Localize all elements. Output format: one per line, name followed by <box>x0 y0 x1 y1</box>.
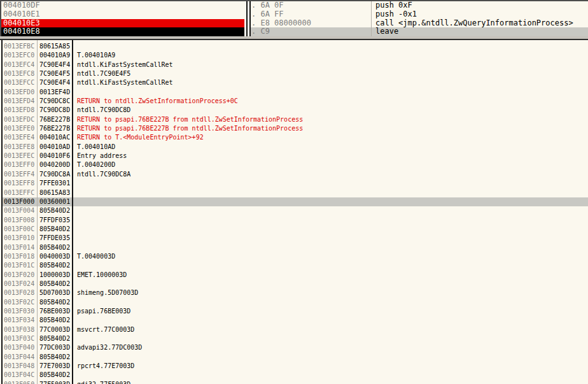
stack-address-cell: 0013F00C <box>4 225 34 234</box>
stack-row[interactable]: 0013F03C 805B40D2 <box>0 334 588 343</box>
stack-row[interactable]: 0013EFD4 7C90DC8C RETURN to ntdll.ZwSetI… <box>0 97 588 106</box>
stack-comment-cell: RETURN to ntdll.ZwSetInformationProcess+… <box>77 97 238 106</box>
stack-comment-cell: RETURN to psapi.76BE227B from ntdll.ZwSe… <box>77 115 303 124</box>
stack-value-cell: 80615A83 <box>39 188 70 197</box>
stack-address-cell: 0013F044 <box>4 353 34 362</box>
stack-address-cell: 0013EFE0 <box>4 124 34 133</box>
stack-comment-cell: T.0040200D <box>77 160 115 169</box>
stack-address-cell: 0013EFC8 <box>4 69 34 78</box>
disasm-column-separator-1[interactable] <box>246 1 248 36</box>
stack-address-cell: 0013F050 <box>4 380 34 384</box>
stack-row[interactable]: 0013EFC4 7C90E4F4 ntdll.KiFastSystemCall… <box>0 60 588 69</box>
stack-address-cell: 0013EFD4 <box>4 97 34 106</box>
instruction-cell: push -0x1 <box>375 10 417 19</box>
stack-row[interactable]: 0013F004 805B40D2 <box>0 206 588 215</box>
stack-value-cell: 00360001 <box>39 197 70 206</box>
stack-value-cell: 805B40D2 <box>39 243 70 252</box>
stack-value-cell: 805B40D2 <box>39 225 70 234</box>
disasm-column-separator-2[interactable] <box>249 1 251 36</box>
stack-row[interactable]: 0013F020 1000003D EMET.1000003D <box>0 271 588 280</box>
stack-row[interactable]: 0013F02C 805B40D2 <box>0 298 588 307</box>
address-cell: 004010E8 <box>1 27 244 36</box>
stack-comment-cell: gdi32.77F5003D <box>77 380 130 384</box>
stack-row[interactable]: 0013F050 77F5003D gdi32.77F5003D <box>0 380 588 384</box>
stack-left-border <box>1 40 3 384</box>
stack-row[interactable]: 0013F034 805B40D2 <box>0 316 588 325</box>
instruction-cell: call <jmp.&ntdll.ZwQueryInformationProce… <box>375 19 573 28</box>
stack-row[interactable]: 0013F04C 805B40D2 <box>0 371 588 380</box>
stack-comment-cell: Entry address <box>77 152 127 160</box>
stack-row[interactable]: 0013EFE8 004010AD T.004010AD <box>0 143 588 152</box>
stack-row[interactable]: 0013F014 805B40D2 <box>0 243 588 252</box>
stack-row[interactable]: 0013F040 77DC003D advapi32.77DC003D <box>0 343 588 352</box>
stack-address-cell: 0013F04C <box>4 371 34 380</box>
stack-row[interactable]: 0013EFF0 0040200D T.0040200D <box>0 160 588 169</box>
stack-value-cell: 805B40D2 <box>39 316 70 325</box>
stack-row[interactable]: 0013EFCC 7C90E4F4 ntdll.KiFastSystemCall… <box>0 78 588 87</box>
stack-row[interactable]: 0013F008 7FFDF035 <box>0 216 588 225</box>
stack-value-cell: 7C90DC8A <box>39 170 70 179</box>
stack-address-cell: 0013F02C <box>4 298 34 307</box>
stack-column-separator-1[interactable] <box>37 40 38 384</box>
stack-address-cell: 0013F014 <box>4 243 34 252</box>
stack-row[interactable]: 0013EFD0 0013EF4D <box>0 88 588 97</box>
disasm-row[interactable]: 004010E1 . 6A FF push -0x1 <box>1 10 588 19</box>
stack-value-cell: 77DC003D <box>39 343 70 352</box>
stack-row[interactable]: 0013EFE4 004010AC RETURN to T.<ModuleEnt… <box>0 133 588 142</box>
stack-row[interactable]: 0013EFC0 004010A9 T.004010A9 <box>0 51 588 60</box>
address-cell: 004010E3 <box>1 19 244 28</box>
stack-row[interactable]: 0013F044 805B40D2 <box>0 353 588 362</box>
stack-row[interactable]: 0013F01C 805B40D2 <box>0 261 588 270</box>
stack-address-cell: 0013F048 <box>4 362 34 371</box>
instruction-cell: push 0xF <box>375 1 412 10</box>
stack-value-cell: 004010AD <box>39 143 70 152</box>
stack-row[interactable]: 0013EFDC 76BE227B RETURN to psapi.76BE22… <box>0 115 588 124</box>
stack-value-cell: 805B40D2 <box>39 261 70 270</box>
stack-address-cell: 0013EFE8 <box>4 143 34 152</box>
stack-row[interactable]: 0013EFBC 80615A85 <box>0 42 588 51</box>
disasm-row[interactable]: 004010DF . 6A 0F push 0xF <box>1 1 588 10</box>
stack-column-separator-2[interactable] <box>72 40 73 384</box>
stack-row[interactable]: 0013EFE0 76BE227B RETURN to psapi.76BE22… <box>0 124 588 133</box>
disassembly-rows: 004010DF . 6A 0F push 0xF 004010E1 . 6A … <box>1 1 588 36</box>
stack-row[interactable]: 0013F00C 805B40D2 <box>0 225 588 234</box>
stack-row[interactable]: 0013F028 5D07003D shimeng.5D07003D <box>0 288 588 297</box>
stack-value-cell: 77C0003D <box>39 325 70 334</box>
stack-address-cell: 0013EFC4 <box>4 60 34 69</box>
stack-address-cell: 0013EFEC <box>4 152 34 160</box>
stack-address-cell: 0013EFDC <box>4 115 34 124</box>
stack-address-cell: 0013F018 <box>4 252 34 261</box>
disasm-column-separator-3[interactable] <box>371 1 372 36</box>
stack-address-cell: 0013EFC0 <box>4 51 34 60</box>
stack-row[interactable]: 0013EFC8 7C90E4F5 ntdll.7C90E4F5 <box>0 69 588 78</box>
stack-row[interactable]: 0013F038 77C0003D msvcrt.77C0003D <box>0 325 588 334</box>
stack-comment-cell: RETURN to psapi.76BE227B from ntdll.ZwSe… <box>77 124 303 133</box>
stack-row[interactable]: 0013F030 76BE003D psapi.76BE003D <box>0 307 588 316</box>
stack-row[interactable]: 0013EFF8 7FFE0301 <box>0 179 588 188</box>
bytes-cell: . 6A 0F <box>251 1 284 10</box>
stack-address-cell: 0013F034 <box>4 316 34 325</box>
debugger-window: 004010DF . 6A 0F push 0xF 004010E1 . 6A … <box>0 0 588 384</box>
stack-comment-cell: ntdll.7C90DC8A <box>77 170 130 179</box>
stack-row[interactable]: 0013F024 805B40D2 <box>0 280 588 288</box>
stack-rows: 0013EFBC 80615A85 0013EFC0 004010A9 T.00… <box>0 42 588 384</box>
stack-value-cell: 5D07003D <box>39 288 70 297</box>
disasm-row[interactable]: 004010E3 . E8 08000000 call <jmp.&ntdll.… <box>1 19 588 28</box>
stack-address-cell: 0013F000 <box>4 197 34 206</box>
stack-row[interactable]: 0013EFEC 004010F6 Entry address <box>0 152 588 160</box>
stack-row[interactable]: 0013EFF4 7C90DC8A ntdll.7C90DC8A <box>0 170 588 179</box>
stack-value-cell: 77E7003D <box>39 362 70 371</box>
stack-value-cell: 1000003D <box>39 271 70 280</box>
stack-row[interactable]: 0013EFD8 7C90DC8D ntdll.7C90DC8D <box>0 106 588 115</box>
stack-comment-cell: shimeng.5D07003D <box>77 288 138 297</box>
disasm-row[interactable]: 004010E8 . C9 leave <box>1 27 588 36</box>
stack-row[interactable]: 0013F010 7FFDE035 <box>0 234 588 243</box>
stack-row[interactable]: 0013EFFC 80615A83 <box>0 188 588 197</box>
stack-value-cell: 7FFDF035 <box>39 216 70 225</box>
address-cell: 004010E1 <box>1 10 244 19</box>
stack-row[interactable]: 0013F018 0040003D T.0040003D <box>0 252 588 261</box>
stack-row[interactable]: 0013F000 00360001 <box>0 197 588 206</box>
stack-row[interactable]: 0013F048 77E7003D rpcrt4.77E7003D <box>0 362 588 371</box>
stack-value-cell: 80615A85 <box>39 42 70 51</box>
stack-value-cell: 805B40D2 <box>39 371 70 380</box>
